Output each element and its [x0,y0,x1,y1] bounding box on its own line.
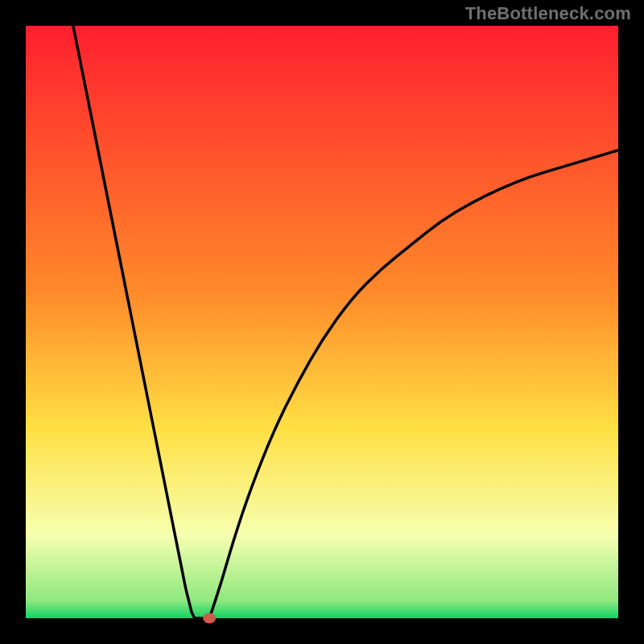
plot-background [26,26,618,618]
watermark-text: TheBottleneck.com [465,3,631,24]
frame-right [618,0,644,644]
minimum-marker [203,613,216,624]
frame-bottom [0,618,644,644]
frame-left [0,0,26,644]
chart-container: TheBottleneck.com [0,0,644,644]
chart-svg [0,0,644,644]
